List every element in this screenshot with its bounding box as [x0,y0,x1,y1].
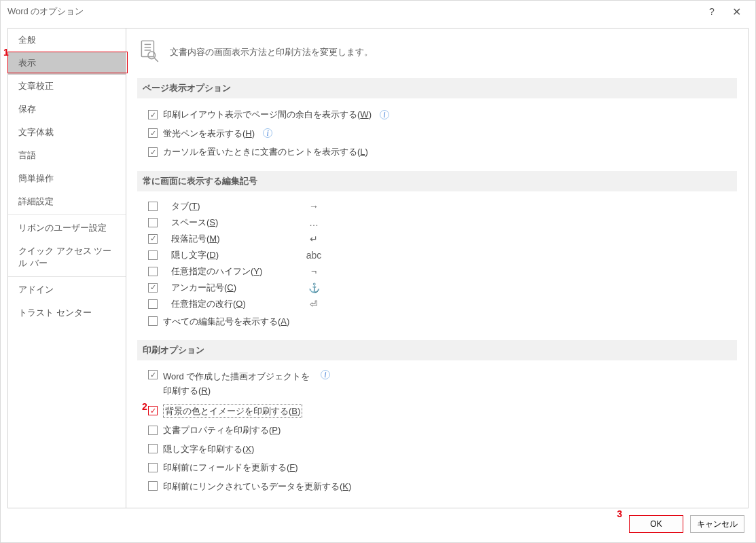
mark-option-row: 段落記号(M)↵ [137,231,737,247]
content-pane: 文書内容の画面表示方法と印刷方法を変更します。 ページ表示オプション 印刷レイア… [126,28,749,508]
sidebar-item[interactable]: 文字体裁 [8,121,126,144]
section-page-display: ページ表示オプション [137,78,737,98]
mark-option-row: 任意指定の改行(O)⏎ [137,296,737,312]
checkbox[interactable] [148,250,158,260]
checkbox[interactable] [148,426,158,435]
option-row: 蛍光ペンを表示する(H)i [137,124,737,143]
mark-option-row: 任意指定のハイフン(Y)¬ [137,263,737,280]
checkbox[interactable] [148,299,158,309]
checkbox[interactable] [148,444,158,453]
mark-symbol: ⏎ [293,299,334,310]
mark-symbol: ↵ [293,233,334,244]
sidebar-item[interactable]: 保存 [8,98,126,121]
sidebar-item[interactable]: 言語 [8,144,126,167]
section-print-options: 印刷オプション [137,340,737,360]
option-row: 背景の色とイメージを印刷する(B) [137,401,737,422]
checkbox[interactable] [148,316,158,326]
sidebar-item[interactable]: アドイン [8,278,126,301]
checkbox[interactable] [148,128,158,138]
option-label: 隠し文字(D) [171,249,293,261]
sidebar-item[interactable]: 簡単操作 [8,167,126,190]
content-header: 文書内容の画面表示方法と印刷方法を変更します。 [137,35,737,64]
option-label: Word で作成した描画オブジェクトを印刷する(R) [163,370,312,398]
checkbox[interactable] [148,202,158,211]
mark-symbol: ¬ [293,266,334,277]
option-row: 印刷レイアウト表示でページ間の余白を表示する(W)i [137,105,737,124]
help-button[interactable]: ? [700,1,724,22]
checkbox[interactable] [148,370,158,379]
checkbox[interactable] [148,463,158,472]
options-dialog: Word のオプション ? ✕ 全般表示文章校正保存文字体裁言語簡単操作詳細設定… [0,0,756,543]
sidebar-item[interactable]: 全般 [8,29,126,52]
info-icon[interactable]: i [321,370,330,379]
mark-symbol: … [293,217,334,228]
mark-option-row: タブ(T)→ [137,198,737,214]
option-label: 任意指定のハイフン(Y) [171,265,293,278]
checkbox[interactable] [148,267,158,276]
option-label: 蛍光ペンを表示する(H) [163,127,255,141]
option-label: 背景の色とイメージを印刷する(B) [163,404,302,419]
option-row: すべての編集記号を表示する(A) [137,312,737,331]
annotation-1: 1 [3,47,9,58]
option-label: 任意指定の改行(O) [171,298,293,310]
option-label: 印刷前にリンクされているデータを更新する(K) [163,480,351,493]
mark-symbol: ⚓ [293,282,334,293]
sidebar-item[interactable]: 表示 [8,52,126,75]
sidebar-item[interactable]: クイック アクセス ツール バー [8,240,126,275]
mark-option-row: 隠し文字(D)abc [137,247,737,263]
checkbox[interactable] [148,283,158,293]
option-label: すべての編集記号を表示する(A) [163,315,289,329]
sidebar-item[interactable]: 文章校正 [8,75,126,98]
ok-button[interactable]: OK [629,515,683,533]
sidebar-item[interactable]: リボンのユーザー設定 [8,217,126,240]
sidebar-separator [8,276,126,277]
close-button[interactable]: ✕ [724,1,749,22]
annotation-2: 2 [142,401,147,412]
sidebar-item[interactable]: 詳細設定 [8,190,126,213]
option-label: 印刷前にフィールドを更新する(F) [163,461,298,474]
option-label: 文書プロパティを印刷する(P) [163,424,281,437]
page-display-icon [137,39,160,64]
svg-line-5 [155,58,158,62]
dialog-title: Word のオプション [7,5,700,18]
option-label: カーソルを置いたときに文書のヒントを表示する(L) [163,145,368,159]
titlebar: Word のオプション ? ✕ [1,1,755,22]
dialog-footer: OK キャンセル [629,515,744,533]
mark-symbol: abc [293,250,334,261]
option-row: 文書プロパティを印刷する(P) [137,421,737,440]
checkbox[interactable] [148,147,158,157]
option-label: 隠し文字を印刷する(X) [163,443,254,456]
option-label: タブ(T) [171,200,293,212]
option-row: 印刷前にフィールドを更新する(F) [137,458,737,477]
checkbox[interactable] [148,218,158,227]
option-row: カーソルを置いたときに文書のヒントを表示する(L) [137,143,737,162]
option-label: アンカー記号(C) [171,282,293,294]
mark-option-row: スペース(S)… [137,214,737,231]
checkbox[interactable] [148,234,158,244]
sidebar-item[interactable]: トラスト センター [8,301,126,324]
option-label: 段落記号(M) [171,233,293,245]
option-row: Word で作成した描画オブジェクトを印刷する(R)i [137,367,737,401]
annotation-3: 3 [617,508,622,519]
mark-option-row: アンカー記号(C)⚓ [137,280,737,296]
sidebar-separator [8,214,126,215]
checkbox[interactable] [148,110,158,119]
option-label: スペース(S) [171,217,293,229]
section-formatting-marks: 常に画面に表示する編集記号 [137,171,737,191]
content-header-text: 文書内容の画面表示方法と印刷方法を変更します。 [170,46,373,58]
option-row: 印刷前にリンクされているデータを更新する(K) [137,477,737,496]
mark-symbol: → [293,201,334,212]
option-label: 印刷レイアウト表示でページ間の余白を表示する(W) [163,108,372,121]
cancel-button[interactable]: キャンセル [690,515,744,533]
sidebar: 全般表示文章校正保存文字体裁言語簡単操作詳細設定 リボンのユーザー設定クイック … [7,28,126,508]
info-icon[interactable]: i [380,110,389,119]
info-icon[interactable]: i [263,128,272,138]
option-row: 隠し文字を印刷する(X) [137,440,737,459]
checkbox[interactable] [148,406,158,415]
checkbox[interactable] [148,481,158,491]
